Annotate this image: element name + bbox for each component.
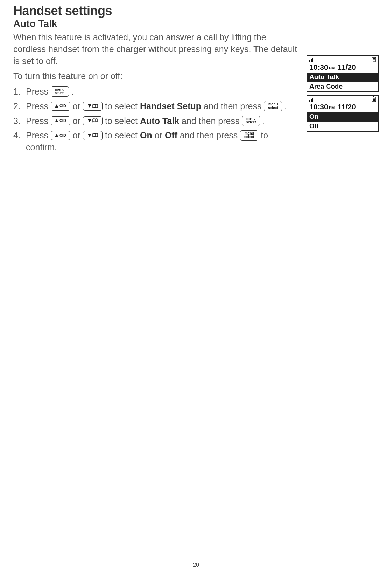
step-text: Press [26, 130, 51, 140]
select-label: select [55, 91, 65, 95]
triangle-up-icon [55, 134, 58, 137]
step-keyword: On [140, 130, 152, 140]
triangle-down-icon [88, 119, 91, 122]
down-directory-key-icon [83, 102, 103, 111]
step-text: and then press [204, 101, 264, 111]
down-directory-key-icon [83, 116, 103, 125]
step-text: . [71, 87, 74, 96]
step-text: and then press [182, 116, 242, 126]
cid-label: CID [59, 133, 66, 137]
date: 11/20 [337, 63, 356, 71]
battery-icon [372, 57, 376, 64]
step-text: . [285, 101, 287, 111]
step-text: to select [105, 101, 140, 111]
svg-rect-3 [309, 60, 310, 62]
lcd-row-selected: Auto Talk [307, 73, 378, 82]
svg-rect-10 [373, 61, 375, 62]
step-text: to select [105, 130, 140, 140]
step-text: Press [26, 116, 51, 126]
time-bar: 10:30PM 11/20 [307, 103, 378, 112]
book-icon [92, 118, 98, 123]
step-1: Press menu select . [13, 86, 301, 98]
cid-label: CID [59, 104, 66, 108]
step-2: Press CID or to select Handset Setup [13, 101, 301, 112]
menu-select-key-icon: menu select [51, 86, 69, 97]
svg-rect-4 [311, 59, 312, 62]
select-label: select [268, 106, 278, 110]
section-subtitle: Auto Talk [13, 18, 379, 29]
step-text: Press [26, 101, 51, 111]
step-3: Press CID or to select Auto Talk [13, 115, 301, 127]
step-text: or [73, 130, 83, 140]
lcd-row: Off [307, 122, 378, 131]
step-text: or [73, 116, 83, 126]
step-text: and then press [180, 130, 240, 140]
up-cid-key-icon: CID [51, 131, 70, 140]
signal-icon [309, 97, 315, 103]
date: 11/20 [337, 103, 356, 111]
book-icon [92, 133, 98, 137]
svg-rect-5 [312, 58, 313, 62]
triangle-up-icon [55, 119, 58, 122]
svg-rect-13 [312, 98, 313, 102]
up-cid-key-icon: CID [51, 116, 70, 125]
triangle-up-icon [55, 104, 58, 108]
time-bar: 10:30PM 11/20 [307, 63, 378, 73]
step-text: Press [26, 87, 51, 96]
step-keyword: Off [165, 130, 177, 140]
step-text: to select [105, 116, 140, 126]
lcd-row: Area Code [307, 82, 378, 91]
intro-text: When this feature is activated, you can … [13, 32, 301, 67]
svg-rect-17 [373, 99, 375, 100]
book-icon [92, 104, 98, 108]
svg-rect-9 [373, 59, 375, 60]
step-keyword: Auto Talk [140, 116, 179, 126]
step-4: Press CID or to select On or [13, 130, 301, 153]
menu-select-key-icon: menu select [240, 130, 258, 141]
triangle-down-icon [88, 134, 91, 137]
signal-icon [309, 57, 315, 63]
menu-select-key-icon: menu select [264, 101, 282, 111]
time: 10:30 [309, 63, 328, 71]
select-label: select [246, 121, 256, 124]
svg-rect-16 [373, 98, 375, 99]
page-number: 20 [0, 562, 392, 568]
step-keyword: Handset Setup [140, 101, 201, 111]
up-cid-key-icon: CID [51, 102, 70, 111]
step-text: . [262, 116, 265, 126]
time: 10:30 [309, 103, 328, 111]
status-bar [307, 56, 378, 63]
svg-rect-8 [373, 58, 375, 59]
steps-list: Press menu select . Press CID or [13, 86, 301, 153]
am-pm: PM [329, 105, 335, 110]
select-label: select [244, 135, 254, 139]
triangle-down-icon [88, 104, 91, 108]
svg-rect-18 [373, 100, 375, 101]
prompt-text: To turn this feature on or off: [13, 70, 301, 82]
svg-rect-11 [309, 100, 310, 102]
screen-mockups: 10:30PM 11/20 Auto Talk Area Code 10: [307, 55, 379, 135]
am-pm: PM [329, 66, 335, 70]
menu-select-key-icon: menu select [242, 116, 260, 126]
down-directory-key-icon [83, 131, 103, 140]
lcd-screen-2: 10:30PM 11/20 On Off [307, 95, 379, 132]
status-bar [307, 96, 378, 103]
lcd-row-selected: On [307, 112, 378, 122]
cid-label: CID [59, 119, 66, 123]
page-title: Handset settings [13, 4, 379, 18]
step-text: or [73, 101, 83, 111]
step-text: or [155, 130, 165, 140]
battery-icon [372, 96, 376, 103]
svg-rect-12 [311, 99, 312, 102]
lcd-screen-1: 10:30PM 11/20 Auto Talk Area Code [307, 55, 379, 92]
